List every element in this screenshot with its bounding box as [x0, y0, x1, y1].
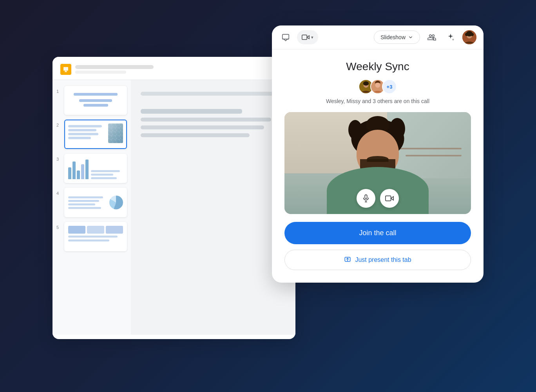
svg-rect-1 — [65, 71, 67, 71]
slide-number-3: 3 — [56, 157, 62, 162]
chat-button[interactable] — [279, 31, 292, 44]
sparkle-button[interactable] — [444, 30, 458, 44]
present-icon — [344, 256, 351, 263]
slide-thumb-item-2[interactable]: 2 — [56, 120, 127, 149]
camera-toggle-button[interactable] — [380, 189, 399, 208]
person-mustache — [367, 156, 389, 162]
microphone-button[interactable] — [357, 189, 375, 208]
join-call-button[interactable]: Join the call — [284, 222, 471, 244]
slide-main-topbar — [141, 92, 286, 96]
slide-thumb-inner-1 — [65, 87, 126, 114]
present-label: Just present this tab — [355, 256, 411, 263]
slide-thumb-item-4[interactable]: 4 — [56, 188, 127, 217]
slides-main — [131, 80, 295, 335]
slides-header — [53, 57, 295, 80]
slide-thumb-inner-2 — [65, 120, 126, 148]
meet-content: Weekly Sync — [272, 49, 483, 283]
slide-thumb-inner-4 — [65, 189, 126, 216]
slide-4-pie — [109, 196, 123, 209]
svg-rect-2 — [65, 71, 67, 72]
meet-participants: +3 — [284, 79, 471, 94]
camera-button[interactable]: ▾ — [297, 30, 318, 44]
slides-icon — [60, 64, 71, 75]
slide-3-chart — [68, 160, 89, 179]
user-avatar[interactable] — [462, 30, 476, 44]
video-controls — [357, 189, 399, 208]
slide-thumb-3[interactable] — [64, 154, 127, 183]
svg-rect-0 — [63, 67, 68, 71]
slide-thumb-item-3[interactable]: 3 — [56, 154, 127, 183]
slide-thumb-2[interactable] — [64, 120, 127, 149]
svg-rect-17 — [365, 195, 367, 199]
slide-main-lines — [141, 109, 286, 137]
slide-thumb-item-1[interactable]: 1 — [56, 86, 127, 115]
svg-point-10 — [465, 33, 468, 36]
video-preview — [284, 112, 471, 214]
meet-status-text: Wesley, Missy and 3 others are on this c… — [284, 98, 471, 104]
svg-point-16 — [375, 83, 380, 88]
slides-body: 1 2 — [53, 80, 295, 335]
slide-number-4: 4 — [56, 191, 62, 196]
svg-marker-4 — [307, 36, 309, 39]
svg-rect-3 — [282, 34, 289, 39]
participant-count: +3 — [382, 79, 397, 94]
slideshow-button[interactable]: Slideshow — [374, 31, 420, 44]
svg-rect-20 — [386, 196, 391, 201]
svg-point-11 — [471, 33, 474, 36]
slide-2-image — [108, 123, 123, 143]
slide-thumb-inner-3 — [65, 154, 126, 182]
slide-number-1: 1 — [56, 89, 62, 94]
meet-card: ▾ Slideshow — [272, 25, 483, 283]
slide-number-5: 5 — [56, 225, 62, 230]
meet-toolbar: ▾ Slideshow — [272, 25, 483, 49]
slides-title-bar — [75, 65, 288, 74]
present-tab-button[interactable]: Just present this tab — [284, 250, 471, 270]
slide-thumb-inner-5 — [65, 223, 126, 250]
slides-sidebar: 1 2 — [53, 80, 131, 335]
slide-number-2: 2 — [56, 123, 62, 127]
slide-thumb-1[interactable] — [64, 86, 127, 115]
slide-thumb-4[interactable] — [64, 188, 127, 217]
camera-dropdown-arrow: ▾ — [311, 35, 313, 40]
user-avatar-image — [462, 30, 476, 44]
slide-thumb-5[interactable] — [64, 222, 127, 251]
svg-point-14 — [363, 82, 369, 86]
meet-title: Weekly Sync — [284, 60, 471, 73]
scene: 1 2 — [53, 25, 483, 367]
slide-thumb-item-5[interactable]: 5 — [56, 222, 127, 251]
participant-avatars: +3 — [359, 79, 397, 94]
add-person-button[interactable] — [425, 30, 439, 44]
svg-rect-5 — [302, 35, 307, 40]
svg-marker-21 — [391, 196, 393, 200]
slideshow-label: Slideshow — [380, 34, 406, 40]
slides-panel: 1 2 — [53, 57, 295, 339]
slides-title-line — [75, 65, 154, 69]
slides-subtitle-line — [75, 71, 126, 74]
